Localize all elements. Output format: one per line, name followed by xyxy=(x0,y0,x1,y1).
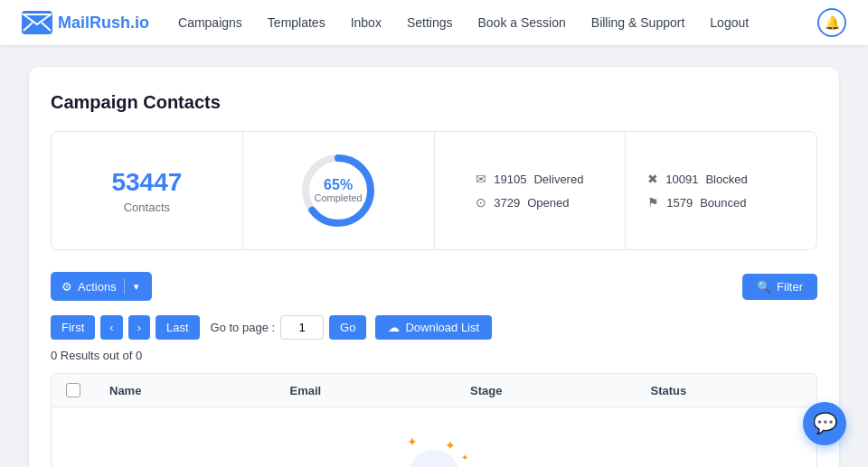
contacts-stat: 53447 Contacts xyxy=(52,132,243,249)
caret-icon: ▼ xyxy=(132,282,141,292)
nav-billing[interactable]: Billing & Support xyxy=(591,15,685,30)
checkbox-header[interactable] xyxy=(52,383,95,397)
campaign-contacts-card: Campaign Contacts 53447 Contacts 65% Com… xyxy=(29,67,839,467)
open-icon: ⊙ xyxy=(476,195,486,210)
actions-button[interactable]: ⚙ Actions ▼ xyxy=(51,272,152,301)
next-button[interactable]: › xyxy=(128,315,150,340)
nav-inbox[interactable]: Inbox xyxy=(351,15,382,30)
contacts-number: 53447 xyxy=(111,168,182,197)
last-button[interactable]: Last xyxy=(156,315,200,340)
results-text: 0 Results out of 0 xyxy=(51,349,817,362)
main-content: Campaign Contacts 53447 Contacts 65% Com… xyxy=(0,45,868,467)
empty-icon: ✦ ✦ ✦ xyxy=(398,434,470,467)
block-icon: ✖ xyxy=(647,172,658,186)
empty-state: ✦ ✦ ✦ xyxy=(52,407,816,467)
logo[interactable]: MailRush.io xyxy=(22,11,149,34)
gear-icon: ⚙ xyxy=(61,280,72,294)
navbar: MailRush.io Campaigns Templates Inbox Se… xyxy=(0,0,868,45)
prev-button[interactable]: ‹ xyxy=(100,315,122,340)
blocked-item: ✖ 10091 Blocked xyxy=(647,172,747,186)
completed-percent: 65% xyxy=(315,178,363,192)
blocked-stat: ✖ 10091 Blocked ⚑ 1579 Bounced xyxy=(626,132,816,249)
nav-templates[interactable]: Templates xyxy=(268,15,326,30)
email-header: Email xyxy=(276,383,457,397)
nav-book-session[interactable]: Book a Session xyxy=(478,15,566,30)
toolbar: ⚙ Actions ▼ 🔍 Filter xyxy=(51,272,817,301)
completed-label: Completed xyxy=(315,192,363,203)
delivered-item: ✉ 19105 Delivered xyxy=(476,172,583,186)
stats-row: 53447 Contacts 65% Completed xyxy=(51,131,817,250)
bounced-item: ⚑ 1579 Bounced xyxy=(647,195,746,210)
page-title: Campaign Contacts xyxy=(51,92,817,113)
bell-icon: 🔔 xyxy=(825,15,840,30)
name-header: Name xyxy=(95,383,276,397)
nav-links: Campaigns Templates Inbox Settings Book … xyxy=(178,15,817,30)
bounce-icon: ⚑ xyxy=(647,195,659,210)
empty-illustration xyxy=(402,444,466,467)
pagination-row: First ‹ › Last Go to page : Go ☁ Downloa… xyxy=(51,315,817,340)
download-button[interactable]: ☁ Download List xyxy=(375,315,492,340)
logo-text: MailRush.io xyxy=(58,14,149,33)
nav-settings[interactable]: Settings xyxy=(407,15,453,30)
divider xyxy=(124,278,125,294)
delivered-stat: ✉ 19105 Delivered ⊙ 3729 Opened xyxy=(435,132,627,249)
notification-bell[interactable]: 🔔 xyxy=(817,8,846,37)
stage-header: Stage xyxy=(456,383,637,397)
status-header: Status xyxy=(637,383,817,397)
goto-label: Go to page : xyxy=(211,321,276,334)
donut-chart: 65% Completed xyxy=(297,150,379,231)
envelope-icon: ✉ xyxy=(476,172,486,186)
nav-logout[interactable]: Logout xyxy=(710,15,749,30)
goto-input[interactable] xyxy=(280,315,324,340)
table-header: Name Email Stage Status xyxy=(52,374,816,407)
filter-button[interactable]: 🔍 Filter xyxy=(742,274,817,300)
contacts-table: Name Email Stage Status ✦ ✦ ✦ xyxy=(51,373,817,467)
go-button[interactable]: Go xyxy=(329,315,366,340)
opened-item: ⊙ 3729 Opened xyxy=(476,195,569,210)
svg-point-6 xyxy=(409,450,459,467)
download-icon: ☁ xyxy=(388,321,400,334)
contacts-label: Contacts xyxy=(124,201,170,214)
chat-button[interactable]: 💬 xyxy=(803,402,846,445)
search-icon: 🔍 xyxy=(757,280,771,294)
completed-stat: 65% Completed xyxy=(243,132,435,249)
nav-campaigns[interactable]: Campaigns xyxy=(178,15,242,30)
chat-icon: 💬 xyxy=(813,412,837,435)
first-button[interactable]: First xyxy=(51,315,95,340)
logo-icon xyxy=(22,11,52,34)
select-all-checkbox[interactable] xyxy=(66,383,80,397)
